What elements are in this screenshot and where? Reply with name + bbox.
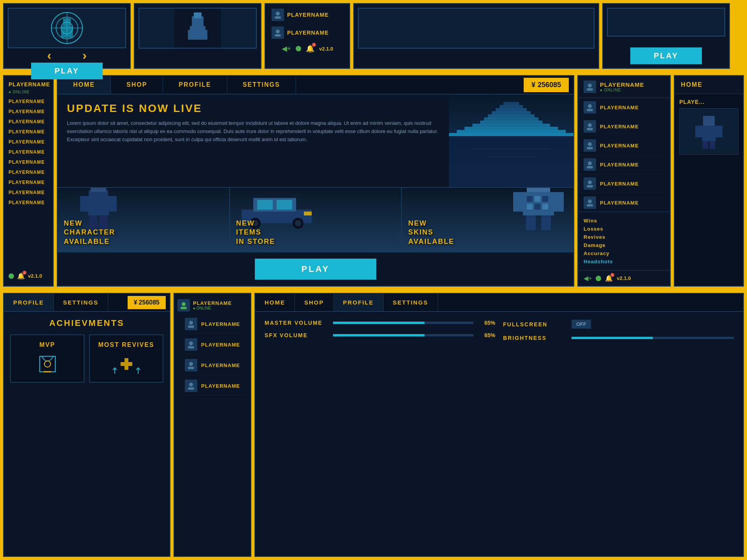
version-label: v2.1.0 (319, 46, 333, 52)
stat-damage[interactable]: Damage (584, 241, 665, 249)
bottom-player-3[interactable]: PLAYERNAME (179, 356, 245, 375)
svg-rect-18 (503, 102, 519, 105)
bottom-tab-profile[interactable]: PROFILE (4, 294, 54, 311)
top-player-row-1: PLAYERNAME (268, 7, 346, 23)
bottom-player-1[interactable]: PLAYERNAME (179, 315, 245, 334)
tab-profile[interactable]: PROFILE (163, 76, 227, 94)
svg-rect-73 (587, 128, 593, 130)
bottom-player-4[interactable]: PLAYERNAME (179, 376, 245, 396)
svg-point-15 (276, 30, 280, 33)
top-player-name-1: PLAYERNAME (287, 12, 329, 18)
setting-sfx-volume: SFX VOLUME 65% (265, 332, 495, 338)
far-right-panel: HOME PLAYE... (674, 75, 744, 287)
most-revives-title: MOST REVIVES (98, 341, 154, 348)
top-avatar-1 (272, 9, 284, 21)
mvp-icon-svg (32, 352, 63, 376)
bottom-right-panel: HOME SHOP PROFILE SETTINGS MASTER VOLUME… (254, 293, 744, 557)
sfx-volume-bar[interactable] (333, 334, 473, 336)
sidebar-player-8[interactable]: PLAYERNAME (4, 167, 53, 177)
sidebar-player-6[interactable]: PLAYERNAME (4, 147, 53, 157)
card-new-character[interactable]: NEWCHARACTERAVAILABLE (58, 188, 230, 252)
right-player-1[interactable]: PLAYERNAME (578, 98, 670, 117)
fullscreen-toggle[interactable]: OFF (572, 320, 591, 329)
achievement-most-revives: MOST REVIVES (89, 334, 163, 383)
most-revives-icon-area (111, 352, 142, 376)
mvp-title: MVP (39, 341, 55, 348)
sidebar-player-2[interactable]: PLAYERNAME (4, 107, 53, 117)
svg-point-80 (588, 200, 592, 203)
tab-settings[interactable]: SETTINGS (227, 76, 296, 94)
brightness-bar[interactable] (572, 337, 734, 339)
bottom-right-tab-settings[interactable]: SETTINGS (384, 294, 438, 311)
setting-fullscreen: FULLSCREEN OFF (503, 320, 734, 329)
svg-rect-69 (587, 88, 593, 91)
online-indicator (296, 46, 301, 51)
news-body: Lorem ipsum dolor sit amet, consectetur … (67, 119, 440, 144)
achievements-section: ACHIEVMENTS MVP (4, 312, 170, 556)
right-player-3[interactable]: PLAYERNAME (578, 136, 670, 155)
svg-point-93 (44, 361, 51, 367)
svg-rect-97 (188, 326, 194, 328)
top-fourth-panel: PLAY (602, 3, 730, 69)
top-right-arrow[interactable]: ‹ (736, 28, 741, 44)
svg-rect-14 (275, 16, 281, 19)
sidebar-player-4[interactable]: PLAYERNAME (4, 127, 53, 137)
bottom-currency-display: ¥ 256085 (128, 296, 166, 309)
bottom-player-header: PLAYERNAME ● ONLINE (174, 298, 251, 313)
left-arrow[interactable]: ‹ (47, 48, 51, 63)
revive-icon-svg (111, 352, 142, 376)
stat-revives[interactable]: Revives (584, 233, 665, 241)
bottom-header-online: ● ONLINE (193, 306, 232, 310)
svg-rect-63 (542, 204, 548, 210)
sidebar-bottom: 🔔 1 v2.1.0 (4, 269, 53, 283)
bottom-list-avatar-2 (185, 338, 197, 351)
stat-headshots[interactable]: Headshots (584, 257, 665, 266)
top-right-play-button[interactable]: PLAY (630, 47, 702, 64)
bottom-right-tab-shop[interactable]: SHOP (295, 294, 334, 311)
svg-rect-11 (188, 30, 193, 40)
settings-right: FULLSCREEN OFF BRIGHTNESS (503, 320, 734, 341)
sidebar-player-10[interactable]: PLAYERNAME (4, 187, 53, 198)
far-right-character-svg (693, 112, 724, 151)
svg-rect-75 (587, 147, 593, 149)
stat-accuracy[interactable]: Accuracy (584, 249, 665, 257)
stat-losses[interactable]: Losses (584, 225, 665, 233)
top-third-preview (358, 8, 594, 49)
bottom-list-avatar-1 (185, 318, 197, 330)
card-new-skins[interactable]: NEWSKINSAVAILABLE (402, 188, 573, 252)
fullscreen-label: FULLSCREEN (503, 321, 565, 327)
sidebar-player-7[interactable]: PLAYERNAME (4, 157, 53, 167)
tab-shop[interactable]: SHOP (111, 76, 163, 94)
master-volume-bar[interactable] (333, 322, 473, 324)
sidebar-player-5[interactable]: PLAYERNAME (4, 137, 53, 147)
stat-wins[interactable]: Wins (584, 217, 665, 225)
sidebar-player-3[interactable]: PLAYERNAME (4, 117, 53, 127)
sidebar-player-11[interactable]: PLAYERNAME (4, 198, 53, 208)
top-player-row-2: PLAYERNAME (268, 25, 346, 40)
add-friend-icon[interactable]: ◀+ (282, 44, 291, 53)
svg-rect-23 (484, 117, 538, 121)
right-arrow[interactable]: › (82, 48, 87, 63)
svg-rect-86 (703, 116, 715, 126)
achievement-cards: MVP MOST REVIVES (10, 334, 163, 383)
sidebar-bell-badge: 1 (23, 271, 26, 275)
right-add-friend-icon[interactable]: ◀+ (584, 275, 592, 282)
right-bell-container: 🔔 1 (605, 275, 613, 282)
bottom-currency-symbol: ¥ (134, 299, 137, 306)
bottom-tab-settings[interactable]: SETTINGS (54, 294, 108, 311)
right-player-5[interactable]: PLAYERNAME (578, 174, 670, 193)
card-new-items[interactable]: NEWITEMSIN STORE (230, 188, 402, 252)
bottom-right-tab-profile[interactable]: PROFILE (334, 294, 384, 311)
top-left-play-button[interactable]: PLAY (31, 63, 103, 79)
main-play-button[interactable]: PLAY (255, 259, 377, 280)
right-player-2[interactable]: PLAYERNAME (578, 117, 670, 136)
sidebar-player-9[interactable]: PLAYERNAME (4, 177, 53, 187)
right-version: v2.1.0 (617, 275, 631, 281)
far-right-home-tab[interactable]: HOME (675, 76, 743, 94)
bottom-right-tab-home[interactable]: HOME (255, 294, 295, 311)
sidebar-player-1[interactable]: PLAYERNAME (4, 96, 53, 107)
svg-rect-64 (513, 192, 523, 212)
right-player-6[interactable]: PLAYERNAME (578, 193, 670, 212)
right-player-4[interactable]: PLAYERNAME (578, 155, 670, 174)
bottom-player-2[interactable]: PLAYERNAME (179, 335, 245, 354)
